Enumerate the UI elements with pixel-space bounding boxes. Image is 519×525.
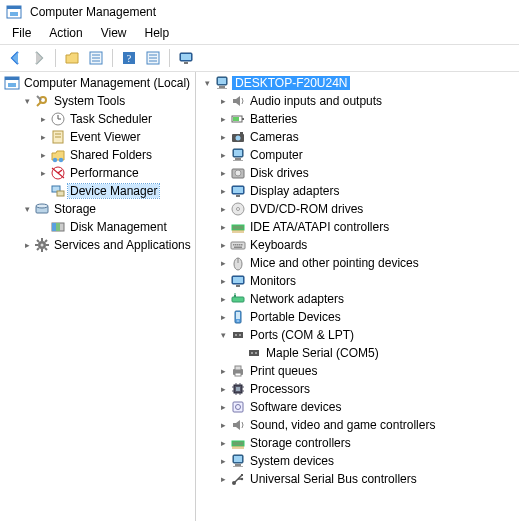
expand-icon[interactable]: ▸ bbox=[216, 166, 230, 180]
tree-root[interactable]: Computer Management (Local) bbox=[0, 74, 195, 92]
collapse-icon[interactable]: ▾ bbox=[20, 94, 34, 108]
device-mice[interactable]: ▸Mice and other pointing devices bbox=[196, 254, 519, 272]
expand-icon[interactable]: ▸ bbox=[216, 436, 230, 450]
collapse-icon[interactable]: ▾ bbox=[200, 76, 214, 90]
device-maple-serial[interactable]: Maple Serial (COM5) bbox=[196, 344, 519, 362]
device-dvd[interactable]: ▸DVD/CD-ROM drives bbox=[196, 200, 519, 218]
device-computer[interactable]: ▸Computer bbox=[196, 146, 519, 164]
expand-icon[interactable]: ▸ bbox=[36, 112, 50, 126]
device-monitors[interactable]: ▸Monitors bbox=[196, 272, 519, 290]
expand-icon[interactable]: ▸ bbox=[216, 148, 230, 162]
device-label: Monitors bbox=[248, 274, 296, 288]
device-label: Maple Serial (COM5) bbox=[264, 346, 379, 360]
tree-shared-folders[interactable]: ▸ Shared Folders bbox=[0, 146, 195, 164]
device-sound[interactable]: ▸Sound, video and game controllers bbox=[196, 416, 519, 434]
usb-icon bbox=[230, 471, 246, 487]
monitor-icon bbox=[230, 273, 246, 289]
device-disk-drives[interactable]: ▸Disk drives bbox=[196, 164, 519, 182]
expand-icon[interactable]: ▸ bbox=[216, 238, 230, 252]
expand-icon[interactable]: ▸ bbox=[216, 112, 230, 126]
device-portable[interactable]: ▸Portable Devices bbox=[196, 308, 519, 326]
device-software[interactable]: ▸Software devices bbox=[196, 398, 519, 416]
tree-storage[interactable]: ▾ Storage bbox=[0, 200, 195, 218]
menubar: File Action View Help bbox=[0, 22, 519, 44]
back-button[interactable] bbox=[4, 47, 26, 69]
expand-icon[interactable]: ▸ bbox=[36, 148, 50, 162]
battery-icon bbox=[230, 111, 246, 127]
device-label: Processors bbox=[248, 382, 310, 396]
expand-icon[interactable]: ▸ bbox=[20, 238, 34, 252]
tree-disk-management[interactable]: Disk Management bbox=[0, 218, 195, 236]
titlebar: Computer Management bbox=[0, 0, 519, 22]
device-tree[interactable]: ▾ DESKTOP-F20U24N ▸Audio inputs and outp… bbox=[196, 72, 519, 521]
expand-icon[interactable]: ▸ bbox=[216, 220, 230, 234]
device-label: Computer bbox=[248, 148, 303, 162]
collapse-icon[interactable]: ▾ bbox=[20, 202, 34, 216]
device-system[interactable]: ▸System devices bbox=[196, 452, 519, 470]
device-label: Keyboards bbox=[248, 238, 307, 252]
speaker-icon bbox=[230, 93, 246, 109]
help-button[interactable] bbox=[118, 47, 140, 69]
expand-icon[interactable]: ▸ bbox=[216, 454, 230, 468]
performance-icon bbox=[50, 165, 66, 181]
device-storage-controllers[interactable]: ▸Storage controllers bbox=[196, 434, 519, 452]
expand-icon[interactable]: ▸ bbox=[216, 256, 230, 270]
pc-icon bbox=[214, 75, 230, 91]
speaker-icon bbox=[230, 417, 246, 433]
device-label: Ports (COM & LPT) bbox=[248, 328, 354, 342]
expand-icon[interactable]: ▸ bbox=[216, 130, 230, 144]
device-audio[interactable]: ▸Audio inputs and outputs bbox=[196, 92, 519, 110]
tree-system-tools[interactable]: ▾ System Tools bbox=[0, 92, 195, 110]
expand-icon[interactable]: ▸ bbox=[216, 418, 230, 432]
expand-icon[interactable]: ▸ bbox=[216, 94, 230, 108]
action-button[interactable] bbox=[142, 47, 164, 69]
tree-task-scheduler[interactable]: ▸ Task Scheduler bbox=[0, 110, 195, 128]
expand-icon[interactable]: ▸ bbox=[216, 274, 230, 288]
menu-view[interactable]: View bbox=[93, 24, 135, 42]
device-cameras[interactable]: ▸Cameras bbox=[196, 128, 519, 146]
show-hide-tree-button[interactable] bbox=[61, 47, 83, 69]
tree-performance[interactable]: ▸ Performance bbox=[0, 164, 195, 182]
event-icon bbox=[50, 129, 66, 145]
expand-icon[interactable]: ▸ bbox=[216, 184, 230, 198]
device-usb[interactable]: ▸Universal Serial Bus controllers bbox=[196, 470, 519, 488]
collapse-icon[interactable]: ▾ bbox=[216, 328, 230, 342]
device-processors[interactable]: ▸Processors bbox=[196, 380, 519, 398]
expand-icon[interactable]: ▸ bbox=[216, 364, 230, 378]
menu-help[interactable]: Help bbox=[137, 24, 178, 42]
expand-icon[interactable]: ▸ bbox=[216, 310, 230, 324]
device-display[interactable]: ▸Display adapters bbox=[196, 182, 519, 200]
device-ports[interactable]: ▾Ports (COM & LPT) bbox=[196, 326, 519, 344]
device-ide[interactable]: ▸IDE ATA/ATAPI controllers bbox=[196, 218, 519, 236]
tree-label: Shared Folders bbox=[68, 148, 152, 162]
device-network[interactable]: ▸Network adapters bbox=[196, 290, 519, 308]
expand-icon[interactable]: ▸ bbox=[216, 472, 230, 486]
device-batteries[interactable]: ▸Batteries bbox=[196, 110, 519, 128]
menu-action[interactable]: Action bbox=[41, 24, 90, 42]
tree-event-viewer[interactable]: ▸ Event Viewer bbox=[0, 128, 195, 146]
console-tree[interactable]: Computer Management (Local) ▾ System Too… bbox=[0, 72, 196, 521]
properties-button[interactable] bbox=[85, 47, 107, 69]
expand-icon[interactable]: ▸ bbox=[216, 292, 230, 306]
monitor-button[interactable] bbox=[175, 47, 197, 69]
toolbar-sep bbox=[55, 49, 56, 67]
device-label: Disk drives bbox=[248, 166, 309, 180]
device-print-queues[interactable]: ▸Print queues bbox=[196, 362, 519, 380]
expand-icon[interactable]: ▸ bbox=[216, 400, 230, 414]
expand-icon[interactable]: ▸ bbox=[36, 166, 50, 180]
device-label: Display adapters bbox=[248, 184, 339, 198]
printer-icon bbox=[230, 363, 246, 379]
expand-icon[interactable]: ▸ bbox=[216, 382, 230, 396]
device-host[interactable]: ▾ DESKTOP-F20U24N bbox=[196, 74, 519, 92]
forward-button[interactable] bbox=[28, 47, 50, 69]
device-label: Software devices bbox=[248, 400, 341, 414]
device-label: IDE ATA/ATAPI controllers bbox=[248, 220, 389, 234]
tree-label: Computer Management (Local) bbox=[22, 76, 190, 90]
expand-icon[interactable]: ▸ bbox=[36, 130, 50, 144]
pc-icon bbox=[230, 453, 246, 469]
expand-icon[interactable]: ▸ bbox=[216, 202, 230, 216]
tree-services-apps[interactable]: ▸ Services and Applications bbox=[0, 236, 195, 254]
tree-device-manager[interactable]: Device Manager bbox=[0, 182, 195, 200]
device-keyboards[interactable]: ▸Keyboards bbox=[196, 236, 519, 254]
menu-file[interactable]: File bbox=[4, 24, 39, 42]
